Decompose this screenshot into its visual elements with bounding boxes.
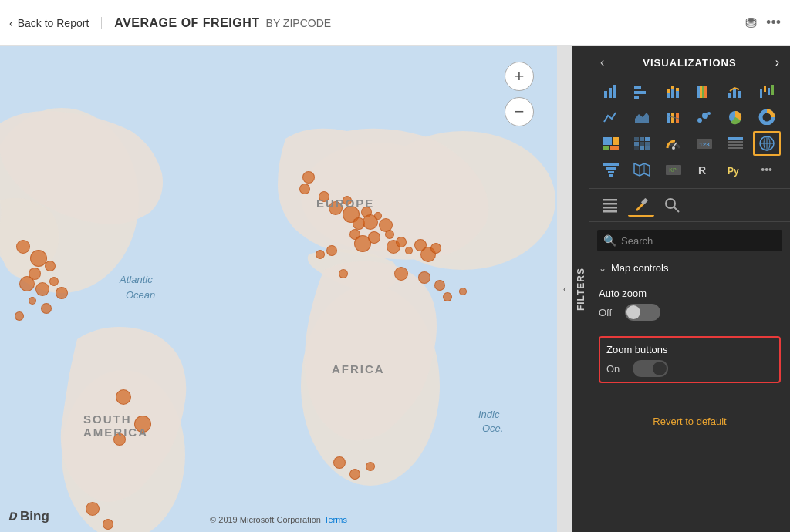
map-dot (368, 231, 380, 244)
auto-zoom-row: Auto zoom Off (599, 283, 781, 325)
section-header[interactable]: ⌄ Map controls (599, 262, 781, 274)
map-dot (49, 277, 59, 286)
viz-icon-pie[interactable] (721, 105, 749, 130)
svg-rect-11 (634, 96, 639, 99)
svg-rect-57 (728, 141, 743, 143)
viz-icon-donut[interactable] (753, 105, 781, 130)
viz-icon-area[interactable] (628, 105, 656, 130)
viz-icon-waterfall[interactable] (753, 79, 781, 103)
svg-point-34 (697, 118, 702, 123)
zoom-buttons-row: Zoom buttons On (599, 336, 781, 383)
viz-icon-more[interactable]: ••• (753, 157, 781, 182)
bing-logo: ᴅ Bing (8, 507, 49, 524)
svg-rect-39 (603, 137, 612, 145)
auto-zoom-toggle[interactable] (625, 304, 660, 321)
map-dot (56, 287, 68, 299)
map-dot (103, 519, 113, 530)
viz-icon-line-col[interactable] (721, 79, 749, 103)
viz-icon-bar[interactable] (597, 79, 625, 103)
viz-icon-ribbon[interactable] (660, 105, 687, 130)
search-input[interactable] (621, 235, 776, 247)
more-icon[interactable]: ••• (766, 15, 781, 31)
zoom-out-button[interactable]: − (505, 97, 534, 126)
terms-link[interactable]: Terms (324, 515, 347, 524)
viz-icon-stacked-bar[interactable] (660, 79, 687, 103)
viz-panel: ‹ VISUALIZATIONS › (589, 46, 790, 532)
svg-rect-13 (667, 89, 670, 93)
svg-rect-47 (640, 142, 644, 146)
svg-rect-19 (700, 86, 702, 98)
viz-icon-card[interactable]: 123 (690, 131, 718, 156)
svg-rect-46 (634, 142, 639, 146)
sidebar-toggle[interactable]: ‹ (557, 46, 572, 532)
viz-panel-title: VISUALIZATIONS (643, 57, 736, 69)
svg-point-35 (702, 113, 708, 119)
viz-tab-analytics[interactable] (659, 194, 685, 217)
map-dot (394, 267, 408, 281)
viz-icon-funnel[interactable] (597, 157, 625, 182)
viz-back-arrow[interactable]: ‹ (600, 56, 604, 69)
map-dot (302, 171, 315, 184)
svg-rect-26 (764, 86, 766, 92)
viz-icon-kpi[interactable]: KPI (660, 157, 687, 182)
svg-rect-64 (603, 163, 619, 166)
map-dot (134, 416, 151, 433)
svg-rect-22 (728, 93, 731, 98)
svg-rect-17 (676, 88, 679, 91)
svg-rect-10 (634, 91, 646, 94)
viz-icon-map2[interactable] (628, 157, 656, 182)
zoom-buttons-toggle[interactable] (633, 360, 668, 377)
viz-icon-r[interactable]: R (690, 157, 718, 182)
svg-text:KPI: KPI (669, 167, 677, 173)
svg-rect-41 (603, 146, 609, 150)
map-dot (16, 240, 30, 254)
search-icon: 🔍 (603, 234, 616, 247)
zoom-in-button[interactable]: + (505, 62, 534, 91)
map-dot (86, 502, 100, 516)
viz-icon-gauge[interactable] (660, 131, 687, 156)
filters-strip[interactable]: FILTERS (572, 46, 589, 532)
map-svg (0, 46, 557, 532)
svg-text:123: 123 (699, 141, 710, 148)
map-dot (19, 276, 35, 291)
viz-icon-line[interactable] (597, 105, 625, 130)
viz-icon-matrix[interactable] (628, 131, 656, 156)
copyright-text: © 2019 Microsoft Corporation (210, 515, 321, 524)
map-controls-section: ⌄ Map controls Auto zoom Off Zoom button… (589, 254, 790, 402)
chart-title: AVERAGE OF FREIGHT BY ZIPCODE (114, 16, 331, 30)
map-dot (41, 303, 52, 314)
svg-rect-45 (645, 137, 650, 141)
viz-icon-100-bar[interactable] (690, 79, 718, 103)
svg-rect-76 (603, 207, 617, 209)
viz-tab-format[interactable] (628, 194, 654, 217)
revert-button[interactable]: Revert to default (653, 416, 726, 427)
viz-icon-treemap[interactable] (597, 131, 625, 156)
svg-rect-56 (728, 137, 743, 140)
collapse-icon: ‹ (563, 284, 566, 295)
map-dot (405, 247, 413, 254)
svg-rect-18 (697, 86, 700, 98)
viz-icon-map[interactable] (753, 131, 781, 156)
svg-text:Py: Py (728, 166, 739, 177)
viz-icon-column[interactable] (628, 79, 656, 103)
viz-icon-py[interactable]: Py (721, 157, 749, 182)
svg-rect-6 (604, 91, 607, 98)
svg-rect-7 (609, 88, 612, 98)
svg-rect-59 (728, 147, 743, 149)
map-dot (418, 271, 430, 284)
viz-icon-table[interactable] (721, 131, 749, 156)
main-title: AVERAGE OF FREIGHT (114, 16, 259, 30)
map-dot (299, 184, 310, 194)
viz-forward-arrow[interactable]: › (775, 56, 779, 69)
svg-rect-49 (634, 146, 639, 150)
map-area[interactable]: Atlantic Ocean EUROPE AFRICA SOUTHAMERIC… (0, 46, 557, 532)
revert-section: Revert to default (589, 405, 790, 437)
viz-tab-fields[interactable] (597, 194, 623, 217)
filter-icon[interactable]: ⛃ (745, 15, 757, 32)
header-icons: ⛃ ••• (745, 15, 781, 32)
svg-rect-65 (606, 167, 616, 170)
search-box[interactable]: 🔍 (597, 230, 782, 251)
viz-icon-scatter[interactable] (690, 105, 718, 130)
zoom-buttons-label: Zoom buttons (606, 344, 773, 355)
back-button[interactable]: ‹ Back to Report (9, 17, 102, 29)
